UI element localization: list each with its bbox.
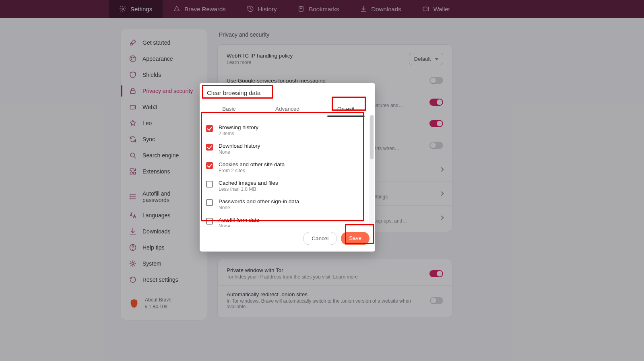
clear-browsing-data-dialog: Clear browsing data BasicAdvancedOn exit… (200, 83, 375, 252)
checkbox[interactable] (206, 218, 213, 225)
option-label: Cookies and other site data (219, 161, 285, 167)
clear-option[interactable]: Passwords and other sign-in data None (205, 195, 370, 214)
cancel-button[interactable]: Cancel (303, 232, 337, 245)
dialog-title: Clear browsing data (200, 83, 375, 102)
option-sub: None (219, 223, 259, 227)
tab-on-exit[interactable]: On exit (317, 102, 375, 117)
option-label: Autofill form data (219, 217, 259, 223)
checkbox[interactable] (206, 199, 213, 206)
tab-basic[interactable]: Basic (200, 102, 258, 117)
option-label: Download history (219, 143, 260, 149)
clear-option[interactable]: Autofill form data None (205, 214, 370, 227)
checkbox[interactable] (206, 162, 213, 169)
save-button[interactable]: Save (341, 232, 369, 245)
checkbox[interactable] (206, 181, 213, 188)
option-label: Cached images and files (219, 180, 278, 186)
option-label: Browsing history (219, 124, 258, 130)
clear-option[interactable]: Cached images and files Less than 1.8 MB (205, 177, 370, 195)
dialog-actions: Cancel Save (200, 227, 375, 252)
clear-option[interactable]: Download history None (205, 140, 370, 158)
dialog-scrollbar[interactable] (369, 115, 374, 230)
tab-advanced[interactable]: Advanced (258, 102, 316, 117)
option-label: Passwords and other sign-in data (219, 198, 299, 204)
dialog-tabs: BasicAdvancedOn exit (200, 102, 375, 117)
option-sub: None (219, 205, 299, 210)
scrollbar-thumb[interactable] (370, 115, 374, 159)
option-sub: From 2 sites (219, 168, 285, 173)
clear-option[interactable]: Browsing history 2 items (205, 121, 370, 140)
checkbox[interactable] (206, 144, 213, 151)
clear-option[interactable]: Cookies and other site data From 2 sites (205, 158, 370, 177)
checkbox[interactable] (206, 125, 213, 132)
dialog-options[interactable]: Browsing history 2 items Download histor… (200, 117, 375, 227)
option-sub: None (219, 149, 260, 155)
option-sub: Less than 1.8 MB (219, 186, 278, 192)
option-sub: 2 items (219, 131, 258, 136)
